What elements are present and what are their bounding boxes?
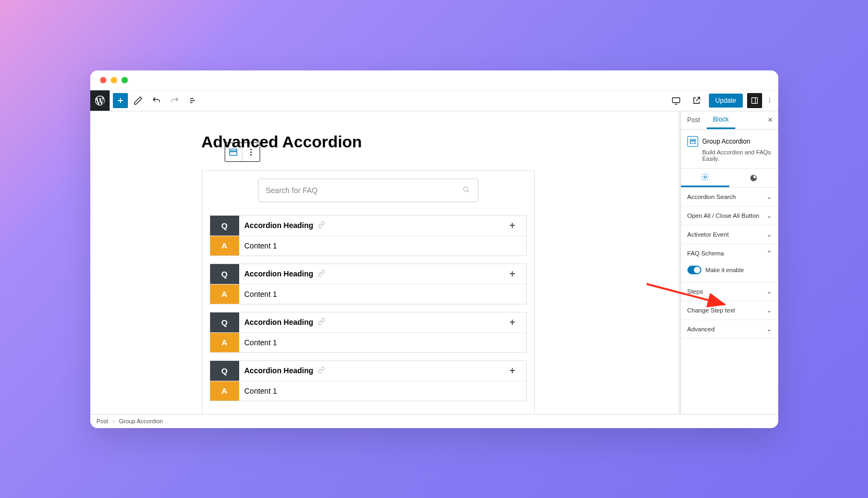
undo-button[interactable]: [148, 93, 164, 109]
mac-titlebar: [90, 70, 778, 91]
desktop-view-button[interactable]: [668, 93, 684, 109]
accordion-item[interactable]: Q Accordion Heading + A Content 1: [210, 215, 527, 256]
svg-rect-19: [690, 139, 695, 140]
answer-badge: A: [210, 333, 239, 352]
preview-button[interactable]: [688, 93, 705, 109]
svg-rect-5: [672, 98, 680, 103]
mac-maximize-button[interactable]: [121, 77, 128, 83]
faq-schema-toggle[interactable]: [687, 266, 701, 274]
page-title[interactable]: Advanced Accordion: [202, 133, 535, 151]
mac-close-button[interactable]: [100, 77, 106, 83]
accordion-content[interactable]: Content 1: [239, 284, 526, 304]
svg-point-17: [463, 187, 468, 191]
svg-point-9: [769, 98, 770, 99]
panel-steps[interactable]: Steps ⌄: [681, 282, 778, 301]
chevron-down-icon: ⌄: [766, 193, 772, 201]
block-icon: [687, 136, 698, 147]
breadcrumb-separator: ›: [113, 418, 115, 424]
answer-badge: A: [210, 284, 239, 304]
accordion-content[interactable]: Content 1: [239, 381, 526, 401]
accordion-heading[interactable]: Accordion Heading +: [239, 361, 526, 381]
more-options-button[interactable]: [766, 93, 773, 109]
svg-line-18: [467, 190, 469, 192]
sidebar-close-button[interactable]: ✕: [762, 111, 778, 129]
block-name-label: Group Accordion: [702, 138, 750, 145]
answer-badge: A: [210, 236, 239, 255]
settings-panel-toggle[interactable]: [747, 93, 762, 108]
question-badge: Q: [210, 312, 239, 332]
list-view-button[interactable]: [185, 93, 201, 109]
panel-open-close-all[interactable]: Open All / Close All Button ⌄: [681, 207, 778, 225]
panel-accordion-search[interactable]: Accordion Search ⌄: [681, 188, 778, 207]
chevron-down-icon: ⌄: [766, 288, 772, 295]
expand-icon[interactable]: +: [510, 365, 521, 376]
update-button[interactable]: Update: [709, 94, 743, 108]
expand-icon[interactable]: +: [510, 317, 521, 328]
tab-block[interactable]: Block: [707, 111, 735, 129]
add-block-button[interactable]: [113, 93, 128, 108]
breadcrumb-current[interactable]: Group Accordion: [119, 418, 163, 424]
panel-advanced[interactable]: Advanced ⌄: [681, 320, 778, 339]
accordion-heading[interactable]: Accordion Heading +: [239, 216, 526, 236]
question-badge: Q: [210, 216, 239, 236]
redo-button[interactable]: [167, 93, 183, 109]
faq-search-placeholder: Search for FAQ: [266, 186, 318, 195]
accordion-item[interactable]: Q Accordion Heading + A Content 1: [210, 264, 527, 304]
panel-faq-schema[interactable]: FAQ Schema ⌃: [681, 244, 778, 262]
chevron-down-icon: ⌄: [766, 307, 772, 314]
answer-badge: A: [210, 381, 239, 401]
svg-point-11: [769, 102, 770, 103]
link-icon[interactable]: [318, 318, 325, 327]
accordion-heading[interactable]: Accordion Heading +: [239, 264, 526, 284]
svg-point-10: [769, 100, 770, 101]
chevron-down-icon: ⌄: [766, 325, 772, 333]
link-icon[interactable]: [318, 366, 325, 375]
subtab-settings[interactable]: [681, 169, 730, 187]
question-badge: Q: [210, 264, 239, 284]
accordion-item[interactable]: Q Accordion Heading + A Content 1: [210, 360, 527, 401]
chevron-down-icon: ⌄: [766, 231, 772, 238]
accordion-item[interactable]: Q Accordion Heading + A Content 1: [210, 312, 527, 353]
svg-point-21: [704, 176, 706, 178]
faq-search-input[interactable]: Search for FAQ: [258, 179, 478, 202]
breadcrumb: Post › Group Accordion: [90, 414, 778, 428]
editor-topbar: Update: [90, 91, 778, 111]
subtab-styles[interactable]: [729, 169, 778, 187]
wordpress-logo[interactable]: [90, 90, 110, 111]
tab-post[interactable]: Post: [681, 111, 707, 129]
breadcrumb-root[interactable]: Post: [97, 418, 109, 424]
link-icon[interactable]: [318, 269, 325, 279]
faq-schema-toggle-label: Make it enable: [706, 267, 744, 273]
panel-change-step-text[interactable]: Change Step text ⌄: [681, 301, 778, 320]
mac-minimize-button[interactable]: [111, 77, 117, 83]
browser-window: Update A: [90, 70, 778, 428]
svg-rect-20: [690, 141, 695, 144]
accordion-content[interactable]: Content 1: [239, 333, 526, 352]
accordion-block-container: Search for FAQ Q Accordion Heading + A: [202, 170, 535, 414]
edit-button[interactable]: [130, 93, 146, 109]
block-info-panel: Group Accordion Build Accordion and FAQs…: [681, 130, 778, 169]
search-icon: [462, 186, 470, 195]
accordion-heading[interactable]: Accordion Heading +: [239, 312, 526, 332]
question-badge: Q: [210, 361, 239, 381]
expand-icon[interactable]: +: [510, 268, 521, 280]
panel-activator-event[interactable]: Activetor Event ⌄: [681, 225, 778, 244]
block-description: Build Accordion and FAQs Easily.: [702, 149, 772, 162]
settings-sidebar: Post Block ✕ Group Accordion Build Accor…: [680, 111, 778, 414]
wordpress-editor: Update A: [90, 91, 778, 428]
chevron-up-icon: ⌃: [766, 250, 772, 257]
svg-rect-7: [751, 98, 757, 104]
editor-canvas[interactable]: Advanced Accordion Search for FAQ Q Acco…: [90, 111, 680, 414]
chevron-down-icon: ⌄: [766, 212, 772, 219]
accordion-content[interactable]: Content 1: [239, 236, 526, 255]
faq-schema-toggle-row: Make it enable: [681, 262, 778, 282]
link-icon[interactable]: [318, 221, 325, 230]
expand-icon[interactable]: +: [510, 220, 521, 231]
